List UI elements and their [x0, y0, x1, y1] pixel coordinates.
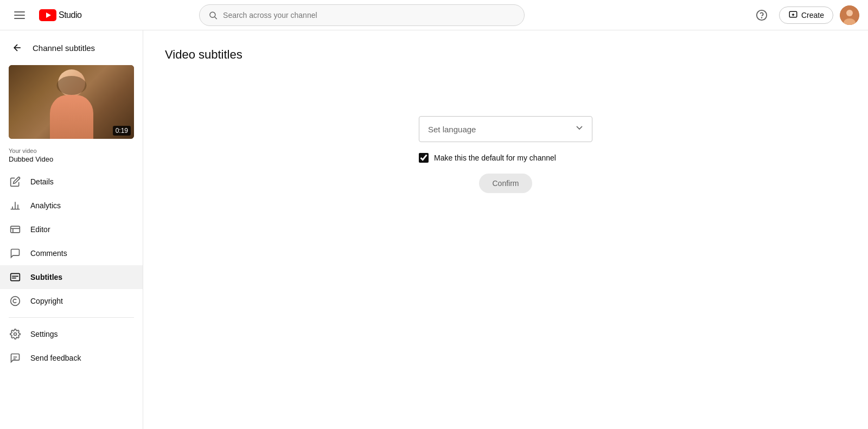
sidebar-item-settings[interactable]: Settings — [0, 322, 143, 346]
studio-label: Studio — [59, 10, 81, 20]
comments-icon — [9, 247, 22, 260]
search-icon — [208, 10, 218, 20]
comments-label: Comments — [30, 249, 67, 258]
gear-icon — [9, 328, 22, 341]
video-duration: 0:19 — [113, 126, 131, 136]
sidebar: Channel subtitles 0:19 Your video Dubbed… — [0, 30, 143, 429]
pencil-icon — [9, 175, 22, 188]
confirm-button[interactable]: Confirm — [479, 174, 532, 193]
copyright-label: Copyright — [30, 297, 63, 305]
sidebar-item-copyright[interactable]: Copyright — [0, 289, 143, 313]
help-icon — [756, 9, 768, 21]
sidebar-header: Channel subtitles — [0, 30, 143, 61]
svg-point-5 — [762, 17, 762, 18]
sidebar-bottom-items: Settings Send feedback — [0, 322, 143, 370]
editor-label: Editor — [30, 225, 50, 234]
svg-line-3 — [215, 17, 217, 19]
default-channel-checkbox[interactable] — [419, 153, 429, 163]
create-label: Create — [801, 11, 824, 20]
svg-rect-17 — [11, 226, 20, 233]
language-select[interactable]: Set language English Spanish French Germ… — [419, 116, 592, 142]
main-layout: Channel subtitles 0:19 Your video Dubbed… — [0, 30, 868, 429]
editor-icon — [9, 223, 22, 236]
help-button[interactable] — [751, 4, 773, 26]
checkbox-row: Make this the default for my channel — [419, 153, 592, 163]
details-label: Details — [30, 177, 54, 186]
nav-right: Create — [751, 4, 859, 26]
sidebar-divider — [9, 317, 134, 318]
subtitles-label: Subtitles — [30, 273, 62, 281]
language-select-wrapper: Set language English Spanish French Germ… — [419, 116, 592, 142]
user-avatar[interactable] — [840, 5, 859, 25]
back-arrow-icon — [12, 42, 23, 53]
sidebar-item-subtitles[interactable]: Subtitles — [0, 265, 143, 289]
video-thumbnail[interactable]: 0:19 — [9, 65, 134, 139]
youtube-logo-icon — [39, 9, 56, 21]
svg-point-24 — [14, 333, 17, 336]
sidebar-item-comments[interactable]: Comments — [0, 241, 143, 265]
hamburger-button[interactable] — [9, 4, 30, 26]
svg-point-10 — [846, 10, 853, 16]
search-form — [199, 4, 525, 26]
search-bar — [199, 4, 525, 26]
sidebar-title: Channel subtitles — [33, 43, 95, 53]
sidebar-item-analytics[interactable]: Analytics — [0, 194, 143, 217]
video-info: Your video Dubbed Video — [0, 148, 143, 170]
top-navigation: Studio Create — [0, 0, 868, 30]
video-name: Dubbed Video — [9, 155, 134, 163]
send-feedback-label: Send feedback — [30, 354, 81, 362]
svg-point-23 — [11, 297, 20, 306]
page-title: Video subtitles — [165, 48, 846, 62]
main-content: Video subtitles Set language English Spa… — [143, 30, 868, 429]
checkbox-label[interactable]: Make this the default for my channel — [434, 153, 556, 162]
back-button[interactable] — [9, 39, 26, 56]
your-video-label: Your video — [9, 148, 134, 154]
logo-link[interactable]: Studio — [39, 9, 81, 21]
language-form: Set language English Spanish French Germ… — [165, 116, 846, 193]
nav-left: Studio — [9, 4, 81, 26]
sidebar-item-send-feedback[interactable]: Send feedback — [0, 346, 143, 370]
sidebar-item-details[interactable]: Details — [0, 170, 143, 194]
analytics-label: Analytics — [30, 201, 61, 210]
nav-items: Details Analytics — [0, 170, 143, 313]
svg-point-2 — [210, 12, 215, 17]
hamburger-icon — [12, 9, 27, 21]
create-plus-icon — [788, 10, 798, 20]
analytics-icon — [9, 199, 22, 212]
avatar-icon — [840, 5, 859, 25]
subtitles-icon — [9, 271, 22, 284]
sidebar-item-editor[interactable]: Editor — [0, 217, 143, 241]
create-button[interactable]: Create — [779, 7, 833, 24]
avatar-image — [840, 5, 859, 25]
feedback-icon — [9, 351, 22, 364]
svg-rect-20 — [11, 273, 20, 280]
copyright-icon — [9, 294, 22, 308]
search-input[interactable] — [223, 11, 515, 20]
settings-label: Settings — [30, 330, 58, 338]
